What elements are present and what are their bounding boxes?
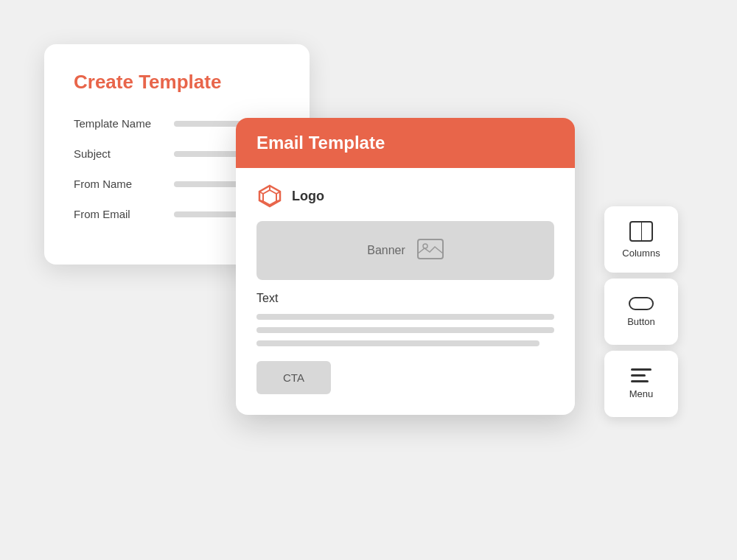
tools-panel: Columns Button Menu	[604, 206, 678, 417]
svg-line-4	[276, 200, 280, 201]
logo-row: Logo	[256, 183, 554, 209]
svg-marker-1	[263, 190, 276, 205]
create-template-title: Create Template	[74, 71, 280, 94]
menu-icon	[631, 368, 652, 382]
image-placeholder-icon	[417, 239, 444, 262]
svg-point-9	[423, 244, 427, 248]
email-template-title: Email Template	[256, 133, 554, 153]
columns-icon	[629, 221, 653, 242]
subject-label: Subject	[74, 147, 162, 160]
tool-menu[interactable]: Menu	[604, 351, 678, 417]
logo-text: Logo	[292, 189, 324, 204]
email-template-body: Logo Banner Text CTA	[236, 168, 575, 415]
banner-section: Banner	[256, 221, 554, 280]
tool-columns-label: Columns	[622, 248, 660, 259]
logo-icon	[256, 183, 283, 209]
tool-button[interactable]: Button	[604, 279, 678, 345]
tool-menu-label: Menu	[629, 388, 654, 399]
tool-button-label: Button	[627, 316, 655, 327]
from-name-label: From Name	[74, 178, 162, 190]
svg-line-6	[259, 200, 263, 201]
tool-columns[interactable]: Columns	[604, 206, 678, 273]
template-name-label: Template Name	[74, 117, 162, 130]
banner-label: Banner	[367, 244, 405, 257]
button-icon	[629, 297, 654, 310]
text-section: Text	[256, 292, 554, 346]
cta-button[interactable]: CTA	[256, 361, 331, 394]
text-section-heading: Text	[256, 292, 554, 305]
email-template-card: Email Template Logo Banner	[236, 118, 575, 415]
email-template-header: Email Template	[236, 118, 575, 168]
text-line-2	[256, 327, 554, 333]
svg-rect-8	[418, 239, 443, 259]
from-email-label: From Email	[74, 208, 162, 220]
text-line-3	[256, 340, 539, 346]
text-line-1	[256, 314, 554, 320]
cta-section: CTA	[256, 361, 554, 394]
